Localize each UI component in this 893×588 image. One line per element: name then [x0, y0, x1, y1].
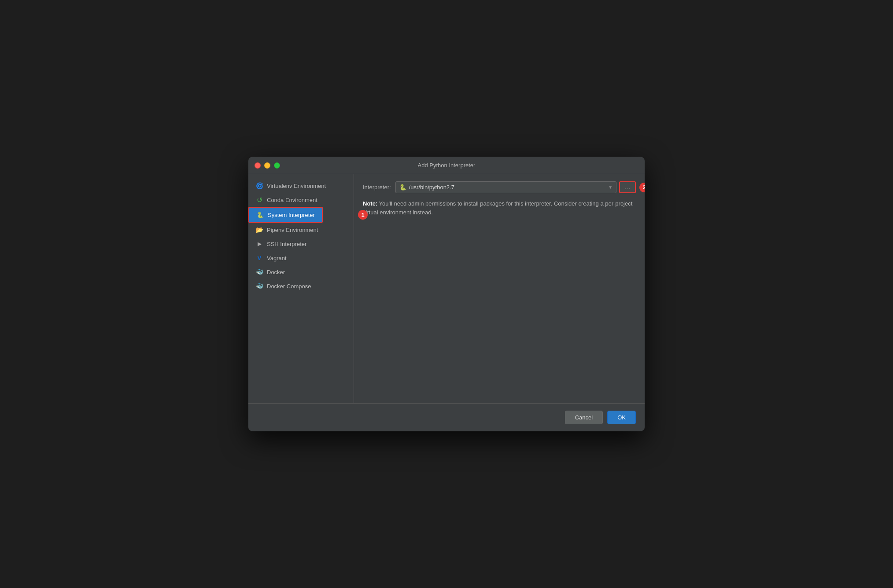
ok-button[interactable]: OK	[607, 411, 636, 424]
sidebar-label-vagrant: Vagrant	[267, 255, 287, 261]
sidebar-row-virtualenv: 🌀 Virtualenv Environment	[248, 179, 354, 193]
dots-button[interactable]: ...	[619, 181, 636, 193]
note-text: You'll need admin permissions to install…	[363, 200, 632, 216]
note-label: Note:	[363, 200, 377, 207]
sidebar-item-docker-compose[interactable]: 🐳 Docker Compose	[248, 279, 318, 293]
interpreter-dropdown[interactable]: 🐍 /usr/bin/python2.7 ▼	[395, 181, 617, 193]
sidebar-item-vagrant[interactable]: V Vagrant	[248, 251, 294, 265]
sidebar-row-docker-compose: 🐳 Docker Compose	[248, 279, 354, 293]
sidebar-row-pipenv: 📂 Pipenv Environment	[248, 223, 354, 237]
conda-icon: ↺	[255, 196, 263, 204]
sidebar-row-ssh: ▶ SSH Interpreter	[248, 237, 354, 251]
sidebar-item-conda[interactable]: ↺ Conda Environment	[248, 193, 325, 207]
system-icon: 🐍	[256, 211, 264, 219]
interpreter-path: /usr/bin/python2.7	[409, 184, 454, 191]
docker-compose-icon: 🐳	[255, 282, 263, 290]
sidebar-row-system: 🐍 System Interpreter 1	[248, 207, 354, 223]
sidebar-label-pipenv: Pipenv Environment	[267, 227, 318, 233]
main-content: Interpreter: 🐍 /usr/bin/python2.7 ▼ ... …	[354, 174, 645, 403]
sidebar-item-docker[interactable]: 🐳 Docker	[248, 265, 292, 279]
docker-icon: 🐳	[255, 268, 263, 276]
sidebar-label-virtualenv: Virtualenv Environment	[267, 183, 326, 189]
interpreter-label: Interpreter:	[363, 184, 391, 191]
interpreter-dropdown-wrapper: 🐍 /usr/bin/python2.7 ▼ ... 2	[395, 181, 636, 193]
sidebar-label-docker: Docker	[267, 269, 285, 276]
sidebar-row-docker: 🐳 Docker	[248, 265, 354, 279]
pipenv-icon: 📂	[255, 226, 263, 234]
minimize-button[interactable]	[264, 162, 270, 169]
dialog-body: 🌀 Virtualenv Environment ↺ Conda Environ…	[248, 174, 645, 403]
interpreter-row: Interpreter: 🐍 /usr/bin/python2.7 ▼ ... …	[363, 181, 636, 193]
footer: Cancel OK	[248, 403, 645, 431]
sidebar-item-system[interactable]: 🐍 System Interpreter	[248, 207, 323, 223]
sidebar-item-pipenv[interactable]: 📂 Pipenv Environment	[248, 223, 325, 237]
dropdown-arrow-icon: ▼	[608, 185, 613, 190]
cancel-button[interactable]: Cancel	[565, 411, 603, 424]
sidebar-label-ssh: SSH Interpreter	[267, 241, 306, 247]
sidebar-row-conda: ↺ Conda Environment	[248, 193, 354, 207]
sidebar-label-docker-compose: Docker Compose	[267, 283, 311, 290]
vagrant-icon: V	[255, 254, 263, 262]
sidebar-row-vagrant: V Vagrant	[248, 251, 354, 265]
sidebar-label-system: System Interpreter	[268, 212, 315, 218]
ssh-icon: ▶	[255, 240, 263, 248]
close-button[interactable]	[255, 162, 261, 169]
note-box: Note: You'll need admin permissions to i…	[363, 199, 636, 217]
title-bar: Add Python Interpreter	[248, 157, 645, 174]
sidebar-label-conda: Conda Environment	[267, 197, 317, 203]
python-icon-small: 🐍	[399, 184, 406, 191]
annotation-badge-1: 1	[358, 210, 368, 220]
sidebar-item-ssh[interactable]: ▶ SSH Interpreter	[248, 237, 314, 251]
window-title: Add Python Interpreter	[418, 162, 476, 169]
dialog-window: Add Python Interpreter 🌀 Virtualenv Envi…	[248, 157, 645, 431]
annotation-badge-2: 2	[639, 183, 645, 192]
sidebar: 🌀 Virtualenv Environment ↺ Conda Environ…	[248, 174, 354, 403]
traffic-lights	[255, 162, 280, 169]
sidebar-item-virtualenv[interactable]: 🌀 Virtualenv Environment	[248, 179, 333, 193]
maximize-button[interactable]	[274, 162, 280, 169]
dots-wrapper: ... 2	[619, 181, 636, 193]
virtualenv-icon: 🌀	[255, 182, 263, 190]
